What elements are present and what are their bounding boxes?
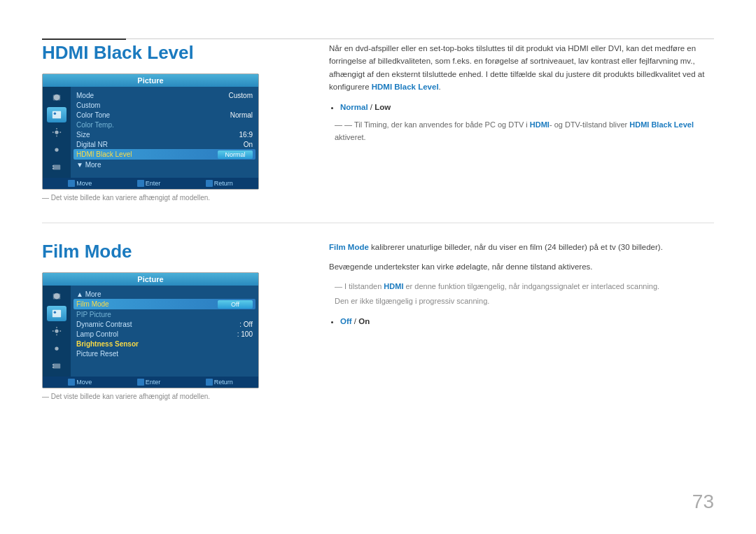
film-note2: Den er ikke tilgængelig i progressiv sca… bbox=[329, 295, 714, 308]
film-menu-content: ▲ More Film Mode Off PIP Picture Dynamic… bbox=[71, 286, 258, 377]
icon-settings bbox=[47, 125, 66, 140]
svg-point-4 bbox=[55, 130, 58, 134]
svg-point-11 bbox=[54, 311, 57, 314]
icon-film2 bbox=[47, 358, 66, 374]
film-section: Film Mode Picture bbox=[42, 241, 714, 400]
svg-rect-13 bbox=[53, 364, 61, 369]
film-option-box: Off bbox=[218, 300, 253, 309]
svg-rect-15 bbox=[52, 367, 54, 368]
hdmi-menu-content: ModeCustom Custom Color ToneNormal Color… bbox=[71, 87, 258, 178]
film-right-col: Film Mode kalibrerer unaturlige billeder… bbox=[308, 241, 714, 400]
icon-camera2 bbox=[47, 288, 66, 304]
hdmi-title: HDMI Black Level bbox=[42, 42, 294, 64]
menu-row-hdmiblacklevel: HDMI Black Level Normal bbox=[74, 149, 255, 160]
top-rule bbox=[42, 38, 714, 39]
menu-row-digitalnr: Digital NROn bbox=[76, 139, 253, 149]
return-icon bbox=[206, 180, 213, 187]
film-title: Film Mode bbox=[42, 241, 294, 262]
film-description2: Bevægende undertekster kan virke ødelagt… bbox=[329, 260, 714, 273]
svg-rect-2 bbox=[52, 111, 61, 119]
hdmi-section: HDMI Black Level Picture bbox=[42, 42, 714, 202]
film-menu-footer: Move Enter Return bbox=[43, 377, 258, 388]
footer-enter2: Enter bbox=[137, 379, 161, 386]
menu-row-size: Size16:9 bbox=[76, 129, 253, 139]
hdmi-menu-mockup: Picture bbox=[42, 73, 259, 190]
hdmi-option-box: Normal bbox=[218, 150, 253, 159]
top-rule-dark bbox=[42, 38, 126, 40]
hdmi-menu-header: Picture bbox=[43, 74, 258, 87]
return-icon2 bbox=[206, 379, 213, 386]
mid-divider bbox=[42, 223, 714, 223]
film-caption: — Det viste billede kan variere afhængig… bbox=[42, 393, 294, 400]
move-icon2 bbox=[68, 379, 75, 386]
menu-row-pip: PIP Picture bbox=[76, 309, 253, 319]
svg-rect-6 bbox=[52, 165, 54, 167]
footer-enter: Enter bbox=[137, 180, 161, 187]
menu-row-lampcontrol: Lamp Control: 100 bbox=[76, 329, 253, 339]
film-bullet-off-on: Off / On bbox=[340, 315, 714, 328]
menu-row-colortemp: Color Temp. bbox=[76, 120, 253, 129]
enter-icon2 bbox=[137, 379, 144, 386]
hdmi-caption: — Det viste billede kan variere afhængig… bbox=[42, 194, 294, 202]
icon-picture bbox=[47, 107, 66, 122]
page-number: 73 bbox=[692, 491, 714, 513]
hdmi-menu-footer: Move Enter Return bbox=[43, 178, 258, 189]
svg-rect-1 bbox=[53, 95, 61, 101]
hdmi-left-col: HDMI Black Level Picture bbox=[42, 42, 308, 202]
menu-row-moref: ▲ More bbox=[76, 289, 253, 299]
menu-row-picreset: Picture Reset bbox=[76, 349, 253, 358]
hdmi-bullet-normal-low: Normal / Low bbox=[340, 101, 714, 113]
svg-rect-5 bbox=[53, 165, 61, 170]
film-left-col: Film Mode Picture bbox=[42, 241, 308, 400]
hdmi-menu-icons bbox=[43, 87, 71, 178]
svg-rect-7 bbox=[52, 168, 54, 169]
svg-rect-9 bbox=[53, 294, 61, 300]
svg-point-3 bbox=[54, 113, 57, 115]
menu-row-colortone: Color ToneNormal bbox=[76, 110, 253, 120]
hdmi-bullets: Normal / Low bbox=[340, 101, 714, 113]
film-description1: Film Mode kalibrerer unaturlige billeder… bbox=[329, 241, 714, 253]
film-bullets: Off / On bbox=[340, 315, 714, 328]
menu-row-filmmode: Film Mode Off bbox=[74, 299, 255, 309]
footer-move2: Move bbox=[68, 379, 92, 386]
footer-return2: Return bbox=[206, 379, 233, 386]
footer-return: Return bbox=[206, 180, 233, 187]
menu-row-mode: ModeCustom bbox=[76, 90, 253, 100]
hdmi-right-col: Når en dvd-afspiller eller en set-top-bo… bbox=[308, 42, 714, 202]
svg-point-12 bbox=[55, 329, 58, 332]
film-menu-mockup: Picture bbox=[42, 272, 259, 388]
move-icon bbox=[68, 180, 75, 187]
enter-icon bbox=[137, 180, 144, 187]
hdmi-description: Når en dvd-afspiller eller en set-top-bo… bbox=[329, 42, 714, 94]
footer-move: Move bbox=[68, 180, 92, 187]
film-note1: — I tilstanden HDMI er denne funktion ti… bbox=[329, 281, 714, 293]
icon-gear2 bbox=[47, 341, 66, 356]
film-menu-header: Picture bbox=[43, 273, 258, 286]
menu-row-brightness: Brightness Sensor bbox=[76, 339, 253, 349]
menu-row-dyncontrast: Dynamic Contrast: Off bbox=[76, 319, 253, 329]
menu-row-custom: Custom bbox=[76, 100, 253, 110]
icon-picture2 bbox=[47, 306, 66, 321]
svg-rect-14 bbox=[52, 364, 54, 365]
film-menu-icons bbox=[43, 286, 71, 377]
icon-camera bbox=[47, 90, 66, 105]
hdmi-link: HDMI Black Level bbox=[372, 83, 439, 91]
menu-row-more: ▼ More bbox=[76, 160, 253, 169]
svg-rect-10 bbox=[52, 310, 61, 318]
icon-film bbox=[47, 160, 66, 175]
icon-gear bbox=[47, 142, 66, 157]
icon-settings2 bbox=[47, 323, 66, 339]
hdmi-note: — Til Timing, der kan anvendes for både … bbox=[335, 119, 714, 143]
